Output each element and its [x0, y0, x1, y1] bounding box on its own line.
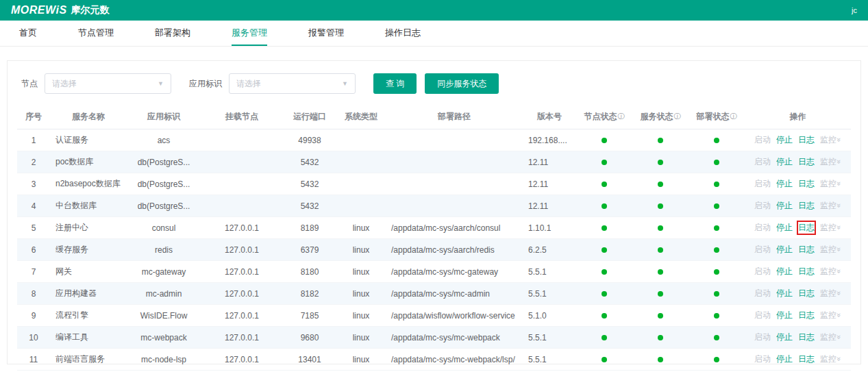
cell-service-name: 注册中心: [50, 217, 127, 239]
node-select[interactable]: 请选择 ▼: [45, 73, 171, 94]
log-link[interactable]: 日志: [798, 222, 815, 234]
cell-system-type: linux: [336, 283, 386, 305]
start-link[interactable]: 启动: [754, 288, 771, 299]
stop-link[interactable]: 停止: [776, 353, 793, 365]
cell-deploy-status: [689, 217, 745, 239]
monitor-link[interactable]: 监控»: [820, 266, 841, 277]
nav-item-alarm-management[interactable]: 报警管理: [308, 21, 344, 46]
cell-service-status: [632, 151, 689, 173]
start-link[interactable]: 启动: [754, 134, 771, 146]
column-header: 运行端口: [283, 105, 336, 129]
start-link[interactable]: 启动: [754, 178, 771, 190]
cell-node-status: [576, 151, 632, 173]
monitor-link[interactable]: 监控»: [820, 200, 841, 212]
stop-link[interactable]: 停止: [776, 266, 793, 277]
log-link[interactable]: 日志: [798, 178, 815, 190]
log-link[interactable]: 日志: [798, 310, 815, 321]
monitor-link[interactable]: 监控»: [820, 222, 841, 234]
info-icon[interactable]: ⓘ: [618, 112, 625, 120]
cell-operations: 启动停止日志监控»: [745, 305, 851, 327]
chevron-down-icon: »: [835, 138, 843, 142]
cell-version: 5.5.1: [523, 349, 576, 371]
start-link[interactable]: 启动: [754, 266, 771, 277]
cell-service-name: 流程引擎: [50, 305, 127, 327]
log-link[interactable]: 日志: [798, 156, 815, 168]
chevron-down-icon: ▼: [342, 80, 348, 87]
cell-service-name: 编译工具: [50, 327, 127, 349]
chevron-down-icon: ▼: [158, 80, 164, 87]
stop-link[interactable]: 停止: [776, 244, 793, 255]
start-link[interactable]: 启动: [754, 222, 771, 234]
log-link[interactable]: 日志: [798, 244, 815, 255]
cell-system-type: linux: [336, 261, 386, 283]
column-header: 系统类型: [336, 105, 386, 129]
status-dot: [658, 357, 663, 362]
stop-link[interactable]: 停止: [776, 178, 793, 190]
cell-index: 7: [17, 261, 50, 283]
monitor-link[interactable]: 监控»: [820, 353, 841, 365]
main-nav: 首页 节点管理 部署架构 服务管理 报警管理 操作日志: [0, 21, 868, 47]
start-link[interactable]: 启动: [754, 310, 771, 321]
cell-version: 12.11: [523, 151, 576, 173]
user-label[interactable]: jc: [852, 6, 857, 14]
start-link[interactable]: 启动: [754, 156, 771, 168]
cell-service-name: poc数据库: [50, 151, 127, 173]
monitor-link[interactable]: 监控»: [820, 156, 841, 168]
chevron-down-icon: »: [835, 269, 843, 273]
cell-node-status: [576, 129, 632, 151]
info-icon[interactable]: ⓘ: [730, 112, 737, 120]
cell-service-status: [632, 305, 689, 327]
cell-operations: 启动停止日志监控»: [745, 283, 851, 305]
log-link[interactable]: 日志: [798, 353, 815, 365]
log-link[interactable]: 日志: [798, 332, 815, 343]
nav-item-deploy-architecture[interactable]: 部署架构: [155, 21, 190, 46]
monitor-link[interactable]: 监控»: [820, 310, 841, 321]
nav-item-home[interactable]: 首页: [19, 21, 37, 46]
info-icon[interactable]: ⓘ: [674, 112, 681, 120]
nav-item-node-management[interactable]: 节点管理: [78, 21, 114, 46]
cell-service-status: [632, 349, 689, 371]
start-link[interactable]: 启动: [754, 353, 771, 365]
start-link[interactable]: 启动: [754, 244, 771, 255]
start-link[interactable]: 启动: [754, 332, 771, 343]
log-link[interactable]: 日志: [798, 200, 815, 212]
monitor-link[interactable]: 监控»: [820, 244, 841, 255]
stop-link[interactable]: 停止: [776, 156, 793, 168]
cell-deploy-status: [689, 305, 745, 327]
log-link[interactable]: 日志: [798, 134, 815, 146]
column-header: 序号: [17, 105, 50, 129]
status-dot: [714, 335, 719, 340]
table-row: 8应用构建器mc-admin127.0.0.18182linux/appdata…: [17, 283, 851, 305]
cell-version: 1.10.1: [523, 217, 576, 239]
log-link[interactable]: 日志: [798, 288, 815, 299]
cell-service-status: [632, 327, 689, 349]
cell-version: 192.168....: [523, 129, 576, 151]
monitor-link[interactable]: 监控»: [820, 288, 841, 299]
nav-item-service-management[interactable]: 服务管理: [232, 21, 267, 46]
monitor-link[interactable]: 监控»: [820, 332, 841, 343]
monitor-link[interactable]: 监控»: [820, 134, 841, 146]
cell-mount-node: [201, 173, 283, 195]
start-link[interactable]: 启动: [754, 200, 771, 212]
table-body: 1认证服务acs49938192.168....启动停止日志监控»2poc数据库…: [17, 129, 851, 371]
table-row: 11前端语言服务mc-node-lsp127.0.0.113401linux/a…: [17, 349, 851, 371]
stop-link[interactable]: 停止: [776, 310, 793, 321]
search-button[interactable]: 查 询: [373, 73, 417, 94]
monitor-link[interactable]: 监控»: [820, 178, 841, 190]
status-dot: [602, 357, 607, 362]
stop-link[interactable]: 停止: [776, 332, 793, 343]
sync-service-status-button[interactable]: 同步服务状态: [425, 73, 499, 94]
cell-version: 5.1.0: [523, 305, 576, 327]
stop-link[interactable]: 停止: [776, 288, 793, 299]
cell-service-name: 中台数据库: [50, 195, 127, 217]
cell-run-port: 9680: [283, 327, 336, 349]
cell-service-name: 网关: [50, 261, 127, 283]
cell-run-port: 49938: [283, 129, 336, 151]
stop-link[interactable]: 停止: [776, 134, 793, 146]
stop-link[interactable]: 停止: [776, 200, 793, 212]
app-id-select[interactable]: 请选择 ▼: [229, 73, 356, 94]
nav-item-operation-log[interactable]: 操作日志: [385, 21, 421, 46]
stop-link[interactable]: 停止: [776, 222, 793, 234]
log-link[interactable]: 日志: [798, 266, 815, 277]
top-header-bar: MOREWiS 摩尔元数 jc: [0, 0, 868, 21]
